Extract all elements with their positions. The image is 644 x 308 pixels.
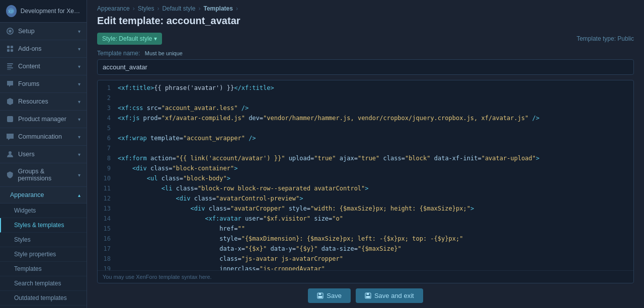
form-name-label: Template name: Must be unique xyxy=(97,50,634,57)
breadcrumb-sep-3: › xyxy=(198,5,200,12)
sidebar-item-users-label: Users xyxy=(18,151,35,158)
line-number: 14 xyxy=(98,214,116,224)
sidebar-sub-item-style-properties[interactable]: Style properties xyxy=(0,247,87,262)
line-content: <div class="block-container"> xyxy=(116,164,237,173)
sidebar-sub-item-template-modifications[interactable]: Template modifications xyxy=(0,305,87,308)
breadcrumb-appearance[interactable]: Appearance xyxy=(97,5,130,12)
chevron-icon: ▾ xyxy=(78,152,80,157)
sidebar-sub-item-styles[interactable]: Styles xyxy=(0,233,87,247)
chevron-icon: ▾ xyxy=(78,46,80,52)
style-badge-button[interactable]: Style: Default style ▾ xyxy=(97,33,162,45)
line-content: <xf:title>{{ phrase('avatar') }}</xf:tit… xyxy=(116,83,274,93)
line-number: 1 xyxy=(98,83,116,93)
line-number: 18 xyxy=(98,254,116,264)
breadcrumb-styles[interactable]: Styles xyxy=(138,5,154,12)
svg-rect-5 xyxy=(11,49,13,52)
sidebar-item-forums[interactable]: Forums ▾ xyxy=(0,75,87,93)
code-line: 14 <xf:avatar user="$xf.visitor" size="o… xyxy=(98,214,633,224)
sidebar-item-setup-label: Setup xyxy=(18,28,35,35)
sidebar-item-addons[interactable]: Add-ons ▾ xyxy=(0,40,87,58)
line-content: <xf:wrap template="account_wrapper" /> xyxy=(116,134,256,143)
save-and-exit-button[interactable]: Save and exit xyxy=(356,288,423,303)
sidebar-sub-item-widgets[interactable]: Widgets xyxy=(0,203,87,218)
code-editor: 1<xf:title>{{ phrase('avatar') }}</xf:ti… xyxy=(97,80,634,283)
code-line: 10 <ul class="block-body"> xyxy=(98,174,633,184)
code-line: 18 class="js-avatar js-avatarCropper" xyxy=(98,254,633,264)
toolbar: Style: Default style ▾ Template type: Pu… xyxy=(87,33,644,50)
template-type: Template type: Public xyxy=(577,35,634,42)
chevron-icon: ▾ xyxy=(78,134,80,140)
sidebar-item-communication[interactable]: Communication ▾ xyxy=(0,128,87,146)
line-number: 7 xyxy=(98,144,116,153)
svg-rect-2 xyxy=(7,46,10,48)
appearance-sub-items: Widgets Styles & templates Styles Style … xyxy=(0,203,87,308)
line-content: innerclass="js-croppedAvatar" xyxy=(116,264,325,270)
chevron-icon: ▾ xyxy=(78,117,80,122)
sidebar-item-groups-permissions[interactable]: Groups & permissions ▾ xyxy=(0,163,87,187)
save-icon xyxy=(317,292,324,299)
sidebar-item-appearance[interactable]: Appearance ▴ xyxy=(0,187,87,203)
line-content: <xf:form action="{{ link('account/avatar… xyxy=(116,154,539,163)
page-title: Edit template: account_avatar xyxy=(87,15,644,33)
sidebar-sub-item-templates[interactable]: Templates xyxy=(0,262,87,276)
sidebar-item-forums-label: Forums xyxy=(18,80,39,87)
line-number: 11 xyxy=(98,184,116,193)
code-line: 12 <div class="avatarControl-preview"> xyxy=(98,194,633,204)
chevron-icon: ▾ xyxy=(78,172,80,178)
line-number: 16 xyxy=(98,234,116,244)
breadcrumb-sep-1: › xyxy=(133,5,135,12)
line-number: 9 xyxy=(98,164,116,173)
sidebar-sub-item-styles-templates[interactable]: Styles & templates xyxy=(0,218,87,233)
line-content: class="js-avatar js-avatarCropper" xyxy=(116,254,343,264)
line-content: <xf:js prod="xf/avatar-compiled.js" dev=… xyxy=(116,114,539,123)
code-line: 9 <div class="block-container"> xyxy=(98,164,633,174)
line-number: 5 xyxy=(98,124,116,133)
sidebar-sub-item-search-templates[interactable]: Search templates xyxy=(0,276,87,291)
save-exit-label: Save and exit xyxy=(374,292,414,299)
code-line: 8<xf:form action="{{ link('account/avata… xyxy=(98,154,633,164)
sidebar-item-resources-label: Resources xyxy=(18,98,48,105)
sidebar-item-setup[interactable]: Setup ▾ xyxy=(0,23,87,40)
line-content: <ul class="block-body"> xyxy=(116,174,230,183)
code-line: 7 xyxy=(98,144,633,154)
sidebar-item-product-manager[interactable]: Product manager ▾ xyxy=(0,111,87,128)
line-number: 12 xyxy=(98,194,116,203)
save-button[interactable]: Save xyxy=(308,288,351,303)
save-label: Save xyxy=(327,292,342,299)
sidebar-item-communication-label: Communication xyxy=(18,133,62,140)
save-exit-icon xyxy=(365,292,371,299)
sidebar-item-appearance-label: Appearance xyxy=(10,191,44,198)
line-content: <xf:css src="account_avatar.less" /> xyxy=(116,104,249,113)
sidebar-item-product-manager-label: Product manager xyxy=(18,116,66,123)
code-line: 6<xf:wrap template="account_wrapper" /> xyxy=(98,134,633,144)
svg-rect-7 xyxy=(7,65,12,66)
sidebar-item-content-label: Content xyxy=(18,63,40,70)
code-area[interactable]: 1<xf:title>{{ phrase('avatar') }}</xf:ti… xyxy=(98,80,633,270)
sidebar-item-resources[interactable]: Resources ▾ xyxy=(0,93,87,111)
template-name-input[interactable] xyxy=(97,59,634,75)
code-line: 3<xf:css src="account_avatar.less" /> xyxy=(98,104,633,114)
breadcrumb-default-style[interactable]: Default style xyxy=(162,5,195,12)
line-number: 8 xyxy=(98,154,116,163)
code-line: 15 href="" xyxy=(98,224,633,234)
sidebar-sub-item-outdated-templates[interactable]: Outdated templates xyxy=(0,291,87,305)
svg-rect-8 xyxy=(7,67,13,68)
line-content: style="{$maxDimension}: {$maxSize}px; le… xyxy=(116,234,463,244)
line-number: 13 xyxy=(98,204,116,214)
line-content: <li class="block-row block-row--separate… xyxy=(116,184,369,193)
sidebar-item-content[interactable]: Content ▾ xyxy=(0,58,87,75)
code-line: 16 style="{$maxDimension}: {$maxSize}px;… xyxy=(98,234,633,244)
line-content: data-x="{$x}" data-y="{$y}" data-size="{… xyxy=(116,244,401,254)
line-content: <xf:avatar user="$xf.visitor" size="o" xyxy=(116,214,343,224)
line-number: 15 xyxy=(98,224,116,234)
svg-point-11 xyxy=(9,151,12,154)
sidebar-item-groups-permissions-label: Groups & permissions xyxy=(18,168,78,182)
line-number: 10 xyxy=(98,174,116,183)
line-content: <div class="avatarControl-preview"> xyxy=(116,194,303,203)
sidebar-item-addons-label: Add-ons xyxy=(18,45,42,52)
breadcrumb: Appearance › Styles › Default style › Te… xyxy=(87,0,644,15)
sidebar-item-users[interactable]: Users ▾ xyxy=(0,146,87,163)
line-number: 4 xyxy=(98,114,116,123)
line-content: href="" xyxy=(116,224,245,234)
svg-rect-15 xyxy=(318,296,323,298)
